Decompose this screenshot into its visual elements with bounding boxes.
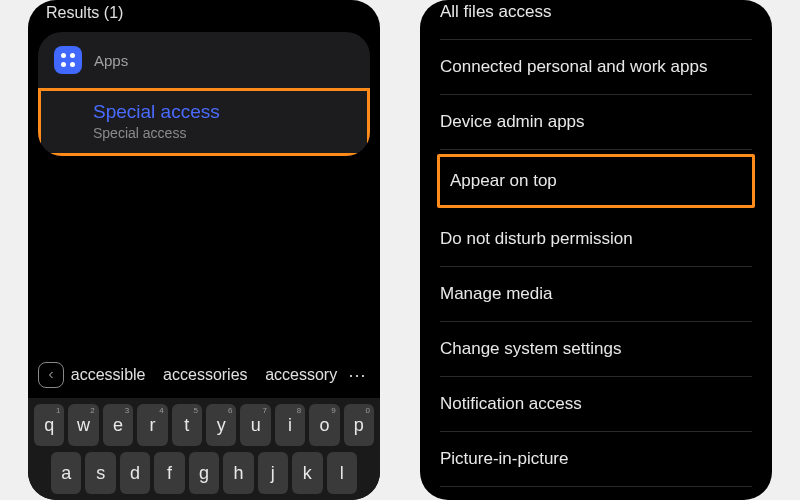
apps-section-header: Apps <box>38 32 370 88</box>
settings-list: All files access Connected personal and … <box>420 0 772 500</box>
on-screen-keyboard: 1q 2w 3e 4r 5t 6y 7u 8i 9o 0p a s d f g … <box>28 398 380 500</box>
result-subtitle: Special access <box>93 125 351 141</box>
key-t[interactable]: 5t <box>172 404 202 446</box>
key-e[interactable]: 3e <box>103 404 133 446</box>
result-title: Special access <box>93 101 351 123</box>
suggestion-word[interactable]: accessible <box>71 366 146 384</box>
key-u[interactable]: 7u <box>240 404 270 446</box>
results-card: Apps Special access Special access <box>38 32 370 156</box>
key-i[interactable]: 8i <box>275 404 305 446</box>
setting-pip[interactable]: Picture-in-picture <box>440 432 752 487</box>
key-a[interactable]: a <box>51 452 81 494</box>
key-r[interactable]: 4r <box>137 404 167 446</box>
key-k[interactable]: k <box>292 452 322 494</box>
key-o[interactable]: 9o <box>309 404 339 446</box>
clipboard-icon[interactable] <box>38 362 64 388</box>
key-p[interactable]: 0p <box>344 404 374 446</box>
setting-premium-sms[interactable]: Use premium text message services <box>440 487 752 500</box>
setting-manage-media[interactable]: Manage media <box>440 267 752 322</box>
search-results-screen: Results (1) Apps Special access Special … <box>28 0 380 500</box>
key-y[interactable]: 6y <box>206 404 236 446</box>
setting-connected-apps[interactable]: Connected personal and work apps <box>440 40 752 95</box>
setting-all-files-access[interactable]: All files access <box>440 0 752 40</box>
key-w[interactable]: 2w <box>68 404 98 446</box>
suggestion-word[interactable]: accessories <box>163 366 247 384</box>
search-result-special-access[interactable]: Special access Special access <box>38 88 370 156</box>
setting-dnd-permission[interactable]: Do not disturb permission <box>440 212 752 267</box>
key-s[interactable]: s <box>85 452 115 494</box>
key-l[interactable]: l <box>327 452 357 494</box>
key-j[interactable]: j <box>258 452 288 494</box>
apps-grid-icon <box>54 46 82 74</box>
keyboard-suggestion-bar: accessible accessories accessory ⋯ <box>28 352 380 398</box>
setting-change-system[interactable]: Change system settings <box>440 322 752 377</box>
suggestion-word[interactable]: accessory <box>265 366 337 384</box>
setting-appear-on-top[interactable]: Appear on top <box>437 154 755 208</box>
setting-notification-access[interactable]: Notification access <box>440 377 752 432</box>
special-access-screen: All files access Connected personal and … <box>420 0 772 500</box>
results-count: Results (1) <box>28 0 380 32</box>
setting-device-admin[interactable]: Device admin apps <box>440 95 752 150</box>
key-f[interactable]: f <box>154 452 184 494</box>
apps-label: Apps <box>94 52 128 69</box>
key-d[interactable]: d <box>120 452 150 494</box>
key-g[interactable]: g <box>189 452 219 494</box>
key-q[interactable]: 1q <box>34 404 64 446</box>
key-h[interactable]: h <box>223 452 253 494</box>
more-icon[interactable]: ⋯ <box>344 364 370 386</box>
